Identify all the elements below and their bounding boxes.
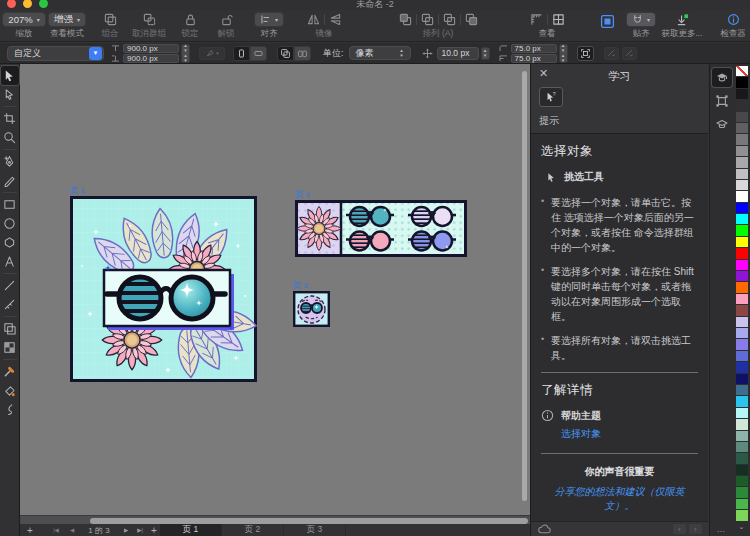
- download-more-icon[interactable]: [676, 13, 689, 26]
- next-page-button[interactable]: ▶: [120, 524, 132, 536]
- ellipse-tool[interactable]: [1, 214, 19, 233]
- polygon-tool[interactable]: [1, 233, 19, 252]
- tab-page-1[interactable]: 页 1: [160, 524, 222, 536]
- size-stepper[interactable]: ▴▾▴▾: [181, 44, 190, 63]
- margins-icon[interactable]: [600, 14, 615, 29]
- portrait-toggle[interactable]: [233, 46, 250, 61]
- color-swatch-14[interactable]: [736, 225, 748, 235]
- preset-select[interactable]: 自定义 ▼: [7, 46, 104, 61]
- ungroup-icon[interactable]: [143, 13, 156, 26]
- color-swatch-22[interactable]: [736, 317, 748, 327]
- convert-a-button[interactable]: [604, 47, 619, 60]
- group-icon[interactable]: [104, 13, 117, 26]
- spacing-field[interactable]: 10.0 px: [437, 47, 479, 60]
- color-swatch-38[interactable]: [736, 499, 748, 509]
- rulers-icon[interactable]: [530, 13, 543, 26]
- more-panels-icon[interactable]: …: [717, 524, 727, 534]
- artboard-page-1[interactable]: [70, 196, 257, 382]
- help-topic-link[interactable]: 选择对象: [561, 427, 601, 441]
- width-field[interactable]: 900.0 px: [123, 44, 179, 53]
- color-swatch-35[interactable]: [736, 465, 748, 475]
- color-swatch-16[interactable]: [736, 248, 748, 258]
- grid-icon[interactable]: [552, 13, 565, 26]
- clone-mode-a-toggle[interactable]: [277, 46, 294, 61]
- color-swatch-34[interactable]: [736, 453, 748, 463]
- unlock-icon[interactable]: [220, 13, 233, 26]
- color-picker-tool[interactable]: [1, 362, 19, 381]
- color-swatch-37[interactable]: [736, 487, 748, 497]
- tab-page-3[interactable]: 页 3: [284, 524, 346, 536]
- artboard-button[interactable]: [577, 46, 594, 61]
- color-swatch-23[interactable]: [736, 328, 748, 338]
- learn-panel-icon[interactable]: [712, 68, 732, 87]
- viewmode-dropdown[interactable]: 增强▾: [48, 12, 86, 27]
- zoom-dropdown[interactable]: 207%▾: [2, 12, 45, 27]
- color-swatch-27[interactable]: [736, 374, 748, 384]
- color-swatch-29[interactable]: [736, 396, 748, 406]
- color-swatch-6[interactable]: [736, 134, 748, 144]
- transparency-tool[interactable]: [1, 338, 19, 357]
- rectangle-tool[interactable]: [1, 195, 19, 214]
- horizontal-scrollbar[interactable]: [90, 518, 528, 524]
- move-to-front-icon[interactable]: [399, 13, 412, 26]
- color-swatch-39[interactable]: [736, 510, 748, 520]
- color-swatch-2[interactable]: [736, 89, 748, 99]
- color-swatch-0[interactable]: [736, 66, 748, 76]
- color-swatch-33[interactable]: [736, 442, 748, 452]
- move-backward-icon[interactable]: [443, 13, 456, 26]
- move-forward-icon[interactable]: [421, 13, 434, 26]
- first-page-button[interactable]: |◀: [48, 524, 64, 536]
- snap-dropdown[interactable]: ▾: [626, 12, 656, 27]
- feedback-link[interactable]: 分享您的想法和建议（仅限英文）。: [545, 485, 694, 513]
- horizontal-scroll-track[interactable]: [20, 515, 530, 524]
- clone-mode-b-toggle[interactable]: [294, 46, 311, 61]
- forward-button[interactable]: ›: [689, 524, 702, 534]
- color-swatch-15[interactable]: [736, 237, 748, 247]
- text-tool[interactable]: [1, 252, 19, 271]
- back-button[interactable]: ‹: [673, 524, 686, 534]
- vertical-scrollbar[interactable]: [522, 71, 527, 501]
- prev-page-button[interactable]: ◀: [66, 524, 78, 536]
- lock-icon[interactable]: [184, 13, 197, 26]
- units-select[interactable]: 像素 ▴▾: [349, 46, 411, 60]
- tab-page-2[interactable]: 页 2: [222, 524, 284, 536]
- line-tool[interactable]: [1, 276, 19, 295]
- color-swatch-30[interactable]: [736, 408, 748, 418]
- color-swatch-31[interactable]: [736, 419, 748, 429]
- color-swatch-19[interactable]: [736, 282, 748, 292]
- color-swatch-4[interactable]: [736, 112, 748, 122]
- node-tool[interactable]: [1, 85, 19, 104]
- color-swatch-5[interactable]: [736, 123, 748, 133]
- color-swatch-7[interactable]: [736, 146, 748, 156]
- color-swatch-18[interactable]: [736, 271, 748, 281]
- color-swatch-17[interactable]: [736, 260, 748, 270]
- vector-brush-tool[interactable]: [1, 400, 19, 419]
- transform-panel-icon[interactable]: [712, 91, 732, 110]
- canvas-viewport[interactable]: 页 1: [20, 64, 530, 515]
- zoom-tool[interactable]: [1, 128, 19, 147]
- corner-height-field[interactable]: 75.0 px: [511, 54, 557, 63]
- add-page-button[interactable]: +: [24, 524, 36, 536]
- color-swatch-1[interactable]: [736, 77, 748, 87]
- color-swatch-32[interactable]: [736, 431, 748, 441]
- pencil-tool[interactable]: [1, 171, 19, 190]
- cloud-icon[interactable]: [538, 524, 551, 535]
- color-swatch-25[interactable]: [736, 351, 748, 361]
- flip-vertical-icon[interactable]: [329, 13, 342, 26]
- fill-tool[interactable]: [1, 381, 19, 400]
- frame-tool[interactable]: [1, 319, 19, 338]
- color-swatch-13[interactable]: [736, 214, 748, 224]
- artboard-page-3[interactable]: [293, 291, 330, 327]
- color-swatch-11[interactable]: [736, 191, 748, 201]
- rotate-handle-button[interactable]: ▾: [199, 47, 225, 60]
- crop-tool[interactable]: [1, 109, 19, 128]
- corner-width-field[interactable]: 75.0 px: [511, 44, 557, 53]
- artboard-page-2[interactable]: [295, 200, 467, 257]
- education-icon[interactable]: [712, 114, 732, 133]
- color-swatch-12[interactable]: [736, 203, 748, 213]
- swatch-scroll-more-icon[interactable]: ⌄: [739, 523, 745, 530]
- color-swatch-24[interactable]: [736, 339, 748, 349]
- color-swatch-36[interactable]: [736, 476, 748, 486]
- color-swatch-26[interactable]: [736, 362, 748, 372]
- knife-tool[interactable]: [1, 295, 19, 314]
